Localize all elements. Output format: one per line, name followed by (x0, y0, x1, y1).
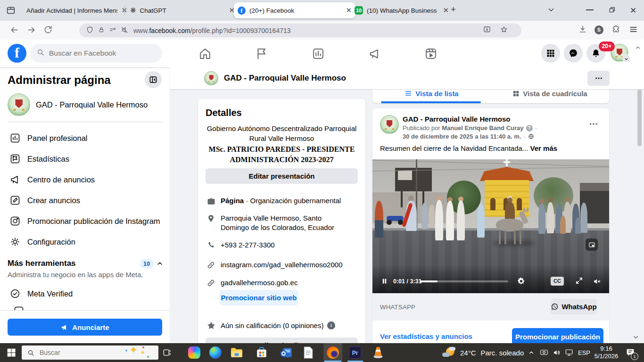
copilot-app-icon[interactable] (188, 346, 200, 359)
browser-tab-whatsapp[interactable]: 10 (10) WhatsApp Business ✕ (351, 2, 453, 18)
menu-grid-icon[interactable] (541, 44, 560, 63)
closed-captions-button[interactable]: CC (551, 277, 564, 286)
post-author-avatar[interactable] (380, 115, 399, 134)
chevron-up-icon[interactable] (156, 260, 164, 269)
post-author-name[interactable]: GAD - Parroquial Valle Hermoso (403, 115, 510, 123)
megaphone-icon (9, 174, 21, 185)
search-input[interactable] (48, 49, 144, 58)
page-name[interactable]: GAD - Parroquial Valle Hermoso (36, 100, 148, 109)
firefox-view-icon[interactable] (6, 5, 16, 17)
volume-icon[interactable] (553, 348, 561, 359)
meet-now-icon[interactable] (540, 348, 548, 359)
nav-adcenter-megaphone-icon[interactable] (368, 47, 381, 62)
menu-hamburger-icon[interactable] (629, 25, 638, 36)
sparkle-icon: ✦ (129, 344, 138, 356)
lock-icon[interactable] (98, 26, 105, 35)
forward-button[interactable] (26, 25, 36, 37)
info-icon[interactable] (327, 321, 335, 329)
edge-app-icon[interactable] (209, 346, 222, 359)
video-progress-bar[interactable] (420, 280, 508, 282)
notepad-app-icon[interactable] (303, 346, 314, 361)
sidebar-item-meta-verified[interactable]: Meta Verified (4, 283, 166, 304)
network-icon[interactable] (565, 348, 573, 359)
sidebar-item-estadisticas[interactable]: Estadísticas (4, 148, 166, 169)
outlook-app-icon[interactable] (280, 347, 292, 360)
nav-home-icon[interactable] (198, 47, 212, 62)
scroll-up-arrow-icon[interactable] (635, 44, 641, 53)
page-more-options-button[interactable] (587, 71, 610, 86)
start-button[interactable] (7, 348, 16, 359)
post-video[interactable]: 0:01 / 3:31 CC (372, 159, 609, 293)
window-close-button[interactable]: ✕ (630, 6, 636, 16)
window-minimize-button[interactable] (586, 9, 594, 10)
vlc-app-icon[interactable] (372, 346, 384, 361)
sidebar-item-panel-profesional[interactable]: Panel profesional (4, 128, 166, 148)
collapse-sidebar-icon[interactable] (145, 71, 162, 88)
sidebar-item-crear-anuncios[interactable]: Crear anuncios (4, 190, 166, 211)
permissions-icon[interactable] (109, 26, 117, 35)
post-more-options-icon[interactable] (588, 119, 599, 131)
microsoft-store-app-icon[interactable] (256, 346, 268, 361)
help-icon[interactable]: ? (526, 125, 533, 132)
firefox-app-icon[interactable] (327, 346, 339, 359)
page-scrollbar-thumb[interactable] (637, 90, 642, 146)
downloads-icon[interactable] (578, 25, 587, 36)
edit-intro-button[interactable]: Editar presentación (206, 168, 358, 184)
tray-chevron-up-icon[interactable] (528, 349, 535, 358)
messenger-icon[interactable] (564, 44, 583, 63)
premiere-app-icon[interactable]: Pr (349, 346, 361, 359)
briefcase-icon (206, 197, 216, 206)
video-settings-gear-icon[interactable] (517, 277, 526, 288)
sidebar-item-configuracion[interactable]: Configuración (4, 231, 166, 252)
window-restore-button[interactable] (608, 6, 616, 16)
browser-tab-facebook-active[interactable]: f (20+) Facebook ✕ (234, 2, 355, 18)
back-button[interactable] (9, 25, 19, 37)
website-link-row[interactable]: gadvallehermoso.gob.ec (206, 278, 348, 288)
task-view-button[interactable] (162, 348, 172, 359)
website-text[interactable]: gadvallehermoso.gob.ec (221, 278, 297, 288)
view-stats-link[interactable]: Ver estadísticas y anuncios (380, 332, 472, 340)
promote-site-button[interactable]: Promocionar sitio web (220, 290, 298, 305)
file-explorer-app-icon[interactable] (231, 347, 243, 360)
taskbar-clock[interactable]: 9:16 5/1/2026 (593, 345, 619, 360)
nav-pages-flag-icon[interactable] (255, 47, 268, 62)
extensions-puzzle-icon[interactable] (611, 25, 620, 35)
sidebar-item-promocionar-instagram[interactable]: Promocionar publicación de Instagram (4, 211, 166, 231)
taskbar-weather[interactable]: 24°C Parc. soleado (442, 343, 524, 362)
nav-dashboard-icon[interactable] (312, 47, 325, 62)
taskbar-search-input[interactable] (39, 348, 111, 357)
new-tab-button[interactable]: + (451, 4, 456, 15)
instagram-text[interactable]: instagram.com/gad_vallehermoso2000 (221, 260, 342, 270)
reload-button[interactable] (43, 25, 53, 36)
sidebar-item-centro-anuncios[interactable]: Centro de anuncios (4, 169, 166, 190)
shield-icon[interactable] (86, 26, 94, 35)
facebook-logo[interactable]: f (8, 44, 26, 63)
address-bar[interactable]: www.facebook.com/profile.php?id=10009370… (79, 24, 521, 37)
save-page-icon[interactable] (483, 25, 491, 35)
instagram-link-row[interactable]: instagram.com/gad_vallehermoso2000 (206, 260, 348, 270)
page-header-avatar[interactable] (204, 71, 218, 85)
browser-tab-informes[interactable]: Añadir Actividad | Informes Mensua ✕ (23, 2, 131, 18)
notification-center-icon[interactable]: 1 (625, 347, 636, 360)
video-scene-donkey-leg (504, 230, 506, 244)
page-avatar[interactable] (8, 93, 30, 116)
fullscreen-icon[interactable] (575, 277, 583, 287)
pause-button[interactable] (381, 278, 388, 287)
whatsapp-button[interactable]: WhatsApp (551, 299, 597, 314)
see-more-link[interactable]: Ver más (530, 144, 558, 152)
picture-in-picture-button[interactable] (586, 239, 598, 251)
promote-post-button[interactable]: Promocionar publicación (512, 328, 603, 345)
language-indicator[interactable]: ESP (578, 349, 590, 356)
list-tabs-chevron-icon[interactable] (547, 6, 555, 16)
facebook-search[interactable] (30, 44, 162, 63)
autoplay-blocked-icon[interactable] (121, 26, 129, 35)
volume-muted-icon[interactable] (592, 277, 602, 288)
taskbar-search[interactable]: ✦ ✦ ✦ (22, 346, 158, 360)
close-tab-icon[interactable]: ✕ (443, 6, 449, 15)
bookmark-star-icon[interactable] (500, 25, 508, 35)
extension-s-icon[interactable]: S (594, 25, 603, 34)
browser-tab-chatgpt[interactable]: ❋ ChatGPT ✕ (126, 2, 239, 18)
advertise-button[interactable]: Anunciarte (8, 319, 162, 336)
scroll-down-arrow-icon[interactable] (632, 334, 639, 343)
nav-reels-icon[interactable] (424, 47, 438, 62)
